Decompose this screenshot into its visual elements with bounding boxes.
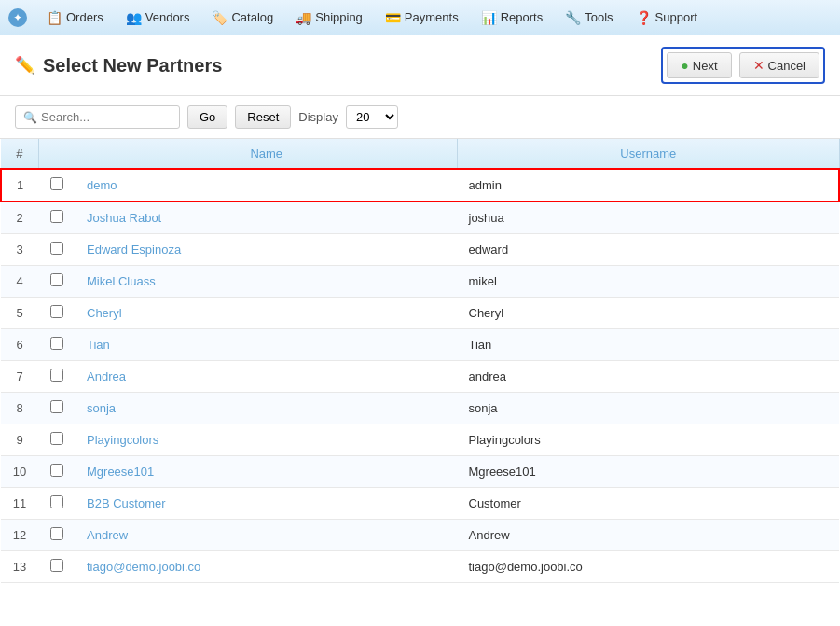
name-link[interactable]: Andrew xyxy=(87,528,128,542)
table-row: 1demoadmin xyxy=(1,169,839,202)
row-number: 11 xyxy=(1,488,38,520)
table-row: 12AndrewAndrew xyxy=(1,520,839,551)
row-checkbox[interactable] xyxy=(50,400,63,413)
svg-text:✦: ✦ xyxy=(13,11,22,24)
name-link[interactable]: Edward Espinoza xyxy=(87,243,181,257)
table-row: 3Edward Espinozaedward xyxy=(1,234,839,266)
row-name: B2B Customer xyxy=(76,488,458,520)
table-row: 11B2B CustomerCustomer xyxy=(1,488,839,520)
row-checkbox[interactable] xyxy=(50,432,63,445)
nav-item-reports[interactable]: 📊Reports xyxy=(470,0,555,35)
partners-table: # Name Username 1demoadmin2Joshua Rabotj… xyxy=(0,139,840,583)
name-link[interactable]: Playingcolors xyxy=(87,433,158,447)
nav-item-catalog[interactable]: 🏷️Catalog xyxy=(200,0,284,35)
row-checkbox[interactable] xyxy=(50,337,63,350)
row-name: Joshua Rabot xyxy=(76,202,458,234)
nav-label-orders: Orders xyxy=(66,10,103,24)
row-username: edward xyxy=(458,234,840,266)
row-number: 9 xyxy=(1,424,38,456)
row-name: Mikel Cluass xyxy=(76,266,458,298)
table-row: 4Mikel Cluassmikel xyxy=(1,266,839,298)
row-name: Cheryl xyxy=(76,298,458,329)
row-checkbox[interactable] xyxy=(50,242,63,255)
row-name: tiago@demo.joobi.co xyxy=(76,551,458,583)
nav-item-vendors[interactable]: 👥Vendors xyxy=(115,0,201,35)
row-number: 12 xyxy=(1,520,38,551)
row-number: 2 xyxy=(1,202,38,234)
support-icon: ❓ xyxy=(636,10,652,25)
row-checkbox-cell xyxy=(38,234,76,266)
row-checkbox[interactable] xyxy=(50,495,63,508)
row-checkbox[interactable] xyxy=(50,273,63,286)
col-header-num: # xyxy=(1,139,38,169)
name-link[interactable]: Mikel Cluass xyxy=(87,274,156,288)
search-box: 🔍 xyxy=(15,105,180,129)
row-name: Mgreese101 xyxy=(76,456,458,488)
nav-item-orders[interactable]: 📋Orders xyxy=(35,0,115,35)
name-link[interactable]: Tian xyxy=(87,338,110,352)
col-header-name: Name xyxy=(76,139,458,169)
nav-label-catalog: Catalog xyxy=(231,10,273,24)
row-checkbox-cell xyxy=(38,551,76,583)
top-navigation: ✦ 📋Orders👥Vendors🏷️Catalog🚚Shipping💳Paym… xyxy=(0,0,840,35)
nav-label-support: Support xyxy=(655,10,698,24)
nav-item-payments[interactable]: 💳Payments xyxy=(374,0,470,35)
row-checkbox-cell xyxy=(38,298,76,329)
row-number: 7 xyxy=(1,361,38,393)
table-row: 7Andreaandrea xyxy=(1,361,839,393)
table-row: 6TianTian xyxy=(1,329,839,361)
search-input[interactable] xyxy=(41,110,172,124)
catalog-icon: 🏷️ xyxy=(212,10,227,25)
name-link[interactable]: sonja xyxy=(87,401,116,415)
cancel-label: Cancel xyxy=(768,59,806,73)
row-checkbox[interactable] xyxy=(50,527,63,540)
nav-label-reports: Reports xyxy=(501,10,544,24)
nav-item-support[interactable]: ❓Support xyxy=(625,0,709,35)
row-checkbox[interactable] xyxy=(50,464,63,477)
col-header-check xyxy=(38,139,76,169)
name-link[interactable]: Joshua Rabot xyxy=(87,211,161,225)
row-username: Andrew xyxy=(458,520,840,551)
row-checkbox-cell xyxy=(38,169,76,202)
cancel-button[interactable]: ✕ Cancel xyxy=(739,52,819,78)
name-link[interactable]: tiago@demo.joobi.co xyxy=(87,560,200,574)
display-select[interactable]: 102050100 xyxy=(346,105,398,129)
table-row: 8sonjasonja xyxy=(1,393,839,424)
nav-item-shipping[interactable]: 🚚Shipping xyxy=(284,0,374,35)
row-number: 10 xyxy=(1,456,38,488)
vendors-icon: 👥 xyxy=(126,10,142,25)
edit-icon: ✏️ xyxy=(15,55,35,76)
name-link[interactable]: demo xyxy=(87,178,117,192)
row-username: joshua xyxy=(458,202,840,234)
nav-item-tools[interactable]: 🔧Tools xyxy=(554,0,624,35)
app-logo: ✦ xyxy=(4,4,32,32)
row-username: Customer xyxy=(458,488,840,520)
row-number: 8 xyxy=(1,393,38,424)
row-checkbox[interactable] xyxy=(50,559,63,572)
next-label: Next xyxy=(693,59,718,73)
row-name: Andrea xyxy=(76,361,458,393)
row-checkbox[interactable] xyxy=(50,369,63,382)
name-link[interactable]: Mgreese101 xyxy=(87,465,154,479)
row-checkbox[interactable] xyxy=(50,210,63,223)
go-button[interactable]: Go xyxy=(187,105,227,129)
table-row: 10Mgreese101Mgreese101 xyxy=(1,456,839,488)
tools-icon: 🔧 xyxy=(565,10,581,25)
row-checkbox[interactable] xyxy=(50,177,63,190)
name-link[interactable]: B2B Customer xyxy=(87,496,166,510)
row-number: 3 xyxy=(1,234,38,266)
header-actions: ● Next ✕ Cancel xyxy=(661,47,825,84)
row-name: demo xyxy=(76,169,458,202)
row-username: sonja xyxy=(458,393,840,424)
next-button[interactable]: ● Next xyxy=(667,52,731,78)
row-username: admin xyxy=(458,169,840,202)
reset-button[interactable]: Reset xyxy=(235,105,291,129)
name-link[interactable]: Cheryl xyxy=(87,306,122,320)
nav-label-shipping: Shipping xyxy=(315,10,363,24)
toolbar: 🔍 Go Reset Display 102050100 xyxy=(0,96,840,139)
name-link[interactable]: Andrea xyxy=(87,369,126,383)
row-username: Cheryl xyxy=(458,298,840,329)
table-row: 2Joshua Rabotjoshua xyxy=(1,202,839,234)
row-checkbox[interactable] xyxy=(50,305,63,318)
nav-label-tools: Tools xyxy=(585,10,613,24)
